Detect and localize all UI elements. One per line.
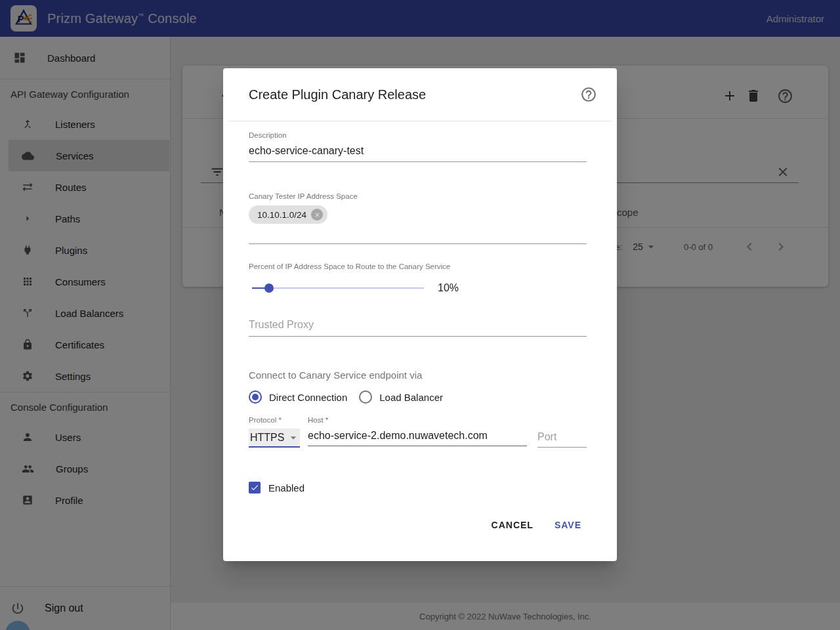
protocol-select[interactable]: HTTPS xyxy=(249,429,300,448)
port-field-group: Port xyxy=(537,416,587,448)
percent-label: Percent of IP Address Space to Route to … xyxy=(249,262,587,270)
ip-space-chip: 10.10.1.0/24 xyxy=(249,205,327,224)
ip-space-label: Canary Tester IP Address Space xyxy=(249,192,587,200)
dialog-body: Description echo-service-canary-test Can… xyxy=(223,131,617,537)
protocol-label: Protocol * xyxy=(249,416,300,424)
description-input[interactable]: echo-service-canary-test xyxy=(249,145,587,162)
dialog-actions: CANCEL SAVE xyxy=(249,513,587,537)
load-balancer-radio[interactable] xyxy=(359,390,372,404)
chip-remove-icon[interactable] xyxy=(311,209,323,220)
percent-slider-thumb[interactable] xyxy=(264,284,274,293)
connect-via-label: Connect to Canary Service endpoint via xyxy=(249,369,587,381)
description-field-group: Description echo-service-canary-test xyxy=(249,131,587,162)
protocol-field-group: Protocol * HTTPS xyxy=(249,416,300,448)
dialog-help-icon[interactable] xyxy=(580,86,597,103)
direct-connection-label: Direct Connection xyxy=(269,392,347,403)
trusted-proxy-field-group: Trusted Proxy xyxy=(249,319,587,337)
create-canary-release-dialog: Create Plugin Canary Release Description… xyxy=(223,68,617,561)
check-icon xyxy=(250,483,259,492)
app-root: P Prizm Gateway™ Console Administrator D… xyxy=(0,0,840,630)
chevron-down-icon xyxy=(287,431,300,444)
enabled-label: Enabled xyxy=(268,482,304,494)
host-label: Host * xyxy=(308,416,527,424)
percent-field-group: Percent of IP Address Space to Route to … xyxy=(249,262,587,297)
host-input[interactable]: echo-service-2.demo.nuwavetech.com xyxy=(308,430,527,446)
connect-via-group: Connect to Canary Service endpoint via D… xyxy=(249,369,587,405)
direct-connection-radio[interactable] xyxy=(249,390,262,404)
ip-space-input[interactable]: 10.10.1.0/24 xyxy=(249,205,587,244)
percent-slider[interactable] xyxy=(252,280,424,297)
load-balancer-label: Load Balancer xyxy=(379,392,443,403)
dialog-title: Create Plugin Canary Release xyxy=(249,87,426,102)
description-label: Description xyxy=(249,131,587,139)
endpoint-fields-row: Protocol * HTTPS Host * echo-service-2.d… xyxy=(249,416,587,448)
cancel-button[interactable]: CANCEL xyxy=(486,513,539,537)
save-button[interactable]: SAVE xyxy=(549,513,587,537)
enabled-field-group: Enabled xyxy=(249,482,587,494)
dialog-divider xyxy=(228,121,612,121)
percent-value: 10% xyxy=(438,282,459,294)
slider-track xyxy=(252,287,424,289)
ip-space-field-group: Canary Tester IP Address Space 10.10.1.0… xyxy=(249,192,587,244)
trusted-proxy-input[interactable]: Trusted Proxy xyxy=(249,319,587,337)
port-input[interactable]: Port xyxy=(537,431,587,448)
enabled-checkbox[interactable] xyxy=(249,482,261,494)
dialog-header: Create Plugin Canary Release xyxy=(223,68,617,121)
host-field-group: Host * echo-service-2.demo.nuwavetech.co… xyxy=(308,416,527,448)
